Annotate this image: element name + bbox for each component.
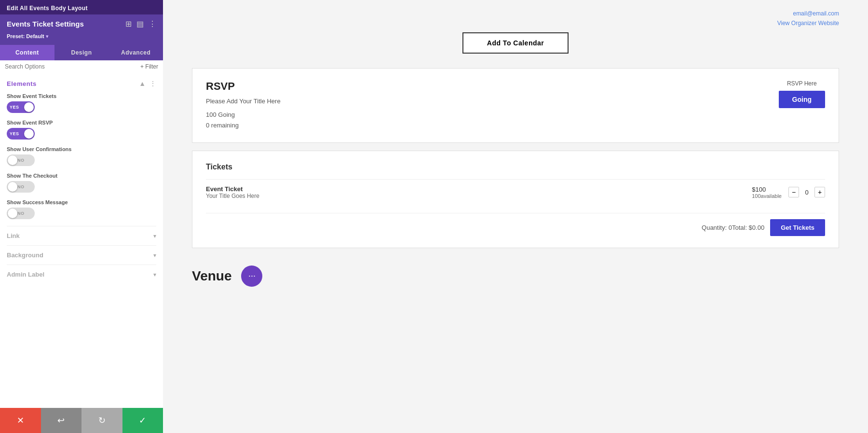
elements-section-header: Elements ▲ ⋮: [7, 80, 156, 87]
total-price: Total: $0.00: [732, 224, 764, 231]
preset-label: Preset: Default ▾: [7, 33, 49, 39]
ticket-info: Event Ticket Your Title Goes Here: [206, 185, 259, 199]
background-title: Background: [7, 251, 43, 259]
rsvp-subtitle: Please Add Your Title Here: [206, 98, 281, 105]
collapsible-background: Background ▾: [7, 245, 156, 265]
add-to-calendar-button[interactable]: Add To Calendar: [462, 32, 569, 54]
toggle-label-success: Show Success Message: [7, 199, 156, 205]
main-content: email@email.com View Organizer Website A…: [163, 0, 868, 433]
admin-label-title: Admin Label: [7, 271, 44, 278]
qty-number: 0: [803, 189, 811, 196]
get-tickets-button[interactable]: Get Tickets: [770, 219, 825, 236]
redo-icon: ↻: [98, 415, 106, 426]
ticket-name: Event Ticket: [206, 185, 259, 193]
columns-icon[interactable]: ▤: [136, 19, 144, 28]
more-dots-icon: ···: [248, 271, 256, 281]
breadcrumb: Edit All Events Body Layout: [0, 0, 163, 14]
toggle-event-tickets-switch[interactable]: YES: [7, 101, 35, 113]
toggle-yes-rsvp: YES: [7, 131, 19, 136]
toggle-show-user-confirmations: Show User Confirmations NO: [7, 146, 156, 166]
going-button[interactable]: Going: [779, 91, 825, 108]
tab-design[interactable]: Design: [54, 45, 109, 60]
background-header[interactable]: Background ▾: [7, 251, 156, 259]
panel-title-icons: ⊞ ▤ ⋮: [125, 19, 156, 28]
redo-button[interactable]: ↻: [81, 408, 122, 433]
organizer-website-link[interactable]: View Organizer Website: [192, 18, 839, 28]
ticket-price-info: $100 100available: [752, 186, 782, 199]
search-input[interactable]: [5, 63, 137, 70]
toggle-show-event-tickets: Show Event Tickets YES: [7, 93, 156, 113]
qty-decrease-button[interactable]: −: [788, 187, 799, 197]
qty-increase-button[interactable]: +: [814, 187, 825, 197]
preset-row: Preset: Default ▾: [0, 30, 163, 45]
save-icon: ✓: [139, 415, 146, 426]
toggle-event-rsvp-switch[interactable]: YES: [7, 128, 35, 140]
toggle-knob: [24, 102, 34, 112]
tabs-row: Content Design Advanced: [0, 45, 163, 60]
background-chevron-icon: ▾: [153, 252, 156, 259]
breadcrumb-text: Edit All Events Body Layout: [7, 5, 88, 12]
total-label: Quantity: 0Total: $0.00: [702, 224, 764, 231]
expand-icon[interactable]: ⊞: [125, 19, 132, 28]
toggle-checkout-switch[interactable]: NO: [7, 181, 35, 193]
toggle-show-success-message: Show Success Message NO: [7, 199, 156, 219]
ticket-subtitle: Your Title Goes Here: [206, 193, 259, 199]
cancel-button[interactable]: ✕: [0, 408, 41, 433]
rsvp-going: 100 Going: [206, 110, 281, 120]
admin-label-header[interactable]: Admin Label ▾: [7, 271, 156, 278]
toggle-checkout-knob: [8, 182, 17, 192]
toggle-label-event-rsvp: Show Event RSVP: [7, 120, 156, 126]
toggle-show-checkout: Show The Checkout NO: [7, 173, 156, 193]
filter-button[interactable]: + Filter: [140, 63, 158, 70]
elements-title: Elements: [7, 80, 37, 87]
toggle-yes-label: YES: [7, 105, 19, 110]
ticket-right: $100 100available − 0 +: [752, 186, 825, 199]
toggle-rsvp-knob: [24, 129, 34, 139]
venue-more-button[interactable]: ···: [241, 265, 262, 287]
save-button[interactable]: ✓: [122, 408, 163, 433]
toggle-confirmations-switch[interactable]: NO: [7, 154, 35, 166]
admin-label-chevron-icon: ▾: [153, 271, 156, 278]
toggle-label-event-tickets: Show Event Tickets: [7, 93, 156, 99]
toggle-label-confirmations: Show User Confirmations: [7, 146, 156, 152]
more-options-icon[interactable]: ⋮: [149, 19, 156, 28]
rsvp-here-label: RSVP Here: [779, 80, 825, 87]
section-icons: ▲ ⋮: [139, 80, 156, 87]
link-header[interactable]: Link ▾: [7, 232, 156, 239]
venue-section: Venue ···: [192, 256, 839, 292]
tab-advanced[interactable]: Advanced: [108, 45, 163, 60]
qty-control: − 0 +: [788, 187, 825, 197]
toggle-success-knob: [8, 209, 17, 218]
tickets-card: Tickets Event Ticket Your Title Goes Her…: [192, 151, 839, 248]
left-panel: Edit All Events Body Layout Events Ticke…: [0, 0, 163, 433]
panel-title-row: Events Ticket Settings ⊞ ▤ ⋮: [0, 14, 163, 30]
link-title: Link: [7, 232, 20, 239]
bottom-bar: ✕ ↩ ↻ ✓: [0, 408, 163, 433]
ticket-price: $100: [752, 186, 782, 193]
rsvp-left: RSVP Please Add Your Title Here 100 Goin…: [206, 80, 281, 131]
cancel-icon: ✕: [17, 415, 24, 426]
toggle-show-event-rsvp: Show Event RSVP YES: [7, 120, 156, 140]
search-row: + Filter: [0, 60, 163, 73]
panel-title: Events Ticket Settings: [7, 20, 84, 28]
tab-content[interactable]: Content: [0, 45, 54, 60]
undo-button[interactable]: ↩: [41, 408, 82, 433]
panel-content: Elements ▲ ⋮ Show Event Tickets YES Show…: [0, 73, 163, 408]
total-quantity: Quantity: 0: [702, 224, 732, 231]
section-more-icon[interactable]: ⋮: [149, 80, 156, 87]
collapsible-link: Link ▾: [7, 226, 156, 245]
rsvp-stats: 100 Going 0 remaining: [206, 110, 281, 131]
toggle-label-checkout: Show The Checkout: [7, 173, 156, 179]
rsvp-title: RSVP: [206, 80, 281, 93]
rsvp-right: RSVP Here Going: [779, 80, 825, 108]
rsvp-card: RSVP Please Add Your Title Here 100 Goin…: [192, 68, 839, 143]
ticket-available: 100available: [752, 193, 782, 199]
toggle-success-switch[interactable]: NO: [7, 208, 35, 219]
ticket-footer: Quantity: 0Total: $0.00 Get Tickets: [206, 213, 825, 236]
collapse-icon[interactable]: ▲: [139, 80, 146, 87]
ticket-row: Event Ticket Your Title Goes Here $100 1…: [206, 179, 825, 205]
undo-icon: ↩: [57, 415, 65, 426]
rsvp-remaining: 0 remaining: [206, 120, 281, 131]
top-links: email@email.com View Organizer Website: [192, 0, 839, 32]
organizer-email-link[interactable]: email@email.com: [192, 9, 839, 18]
